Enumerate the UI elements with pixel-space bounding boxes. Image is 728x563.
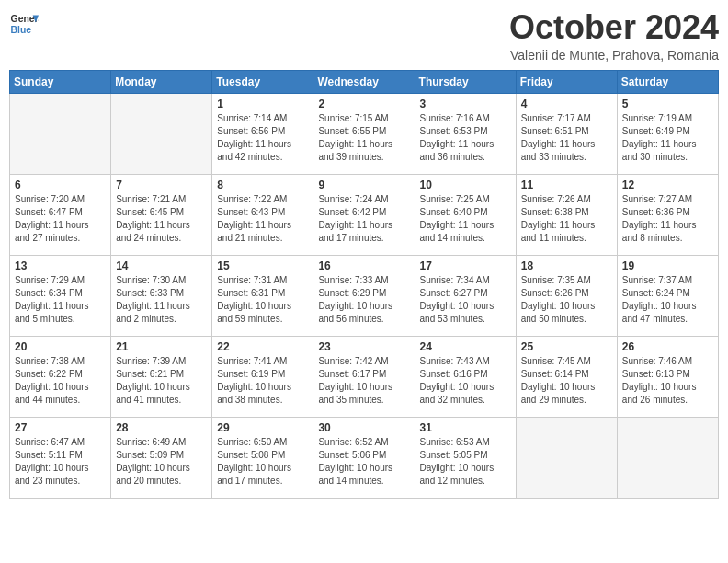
day-info: Sunrise: 7:37 AM Sunset: 6:24 PM Dayligh… xyxy=(622,274,713,326)
calendar-cell: 4Sunrise: 7:17 AM Sunset: 6:51 PM Daylig… xyxy=(516,93,617,174)
calendar-cell: 8Sunrise: 7:22 AM Sunset: 6:43 PM Daylig… xyxy=(212,174,313,255)
calendar-cell: 16Sunrise: 7:33 AM Sunset: 6:29 PM Dayli… xyxy=(313,255,415,336)
day-number: 29 xyxy=(217,421,308,434)
day-info: Sunrise: 7:30 AM Sunset: 6:33 PM Dayligh… xyxy=(116,274,207,326)
calendar-cell: 29Sunrise: 6:50 AM Sunset: 5:08 PM Dayli… xyxy=(212,417,313,498)
day-info: Sunrise: 7:19 AM Sunset: 6:49 PM Dayligh… xyxy=(622,112,713,164)
day-info: Sunrise: 7:22 AM Sunset: 6:43 PM Dayligh… xyxy=(217,193,308,245)
day-info: Sunrise: 7:15 AM Sunset: 6:55 PM Dayligh… xyxy=(318,112,409,164)
calendar-cell: 28Sunrise: 6:49 AM Sunset: 5:09 PM Dayli… xyxy=(111,417,212,498)
day-info: Sunrise: 6:50 AM Sunset: 5:08 PM Dayligh… xyxy=(217,436,308,488)
calendar-cell: 23Sunrise: 7:42 AM Sunset: 6:17 PM Dayli… xyxy=(313,336,415,417)
weekday-header: Wednesday xyxy=(313,70,415,93)
day-number: 7 xyxy=(116,178,207,191)
day-number: 13 xyxy=(15,259,106,272)
day-info: Sunrise: 7:35 AM Sunset: 6:26 PM Dayligh… xyxy=(521,274,612,326)
svg-text:Blue: Blue xyxy=(11,25,32,35)
day-number: 11 xyxy=(521,178,612,191)
day-info: Sunrise: 7:20 AM Sunset: 6:47 PM Dayligh… xyxy=(15,193,106,245)
weekday-header: Tuesday xyxy=(212,70,313,93)
day-info: Sunrise: 7:26 AM Sunset: 6:38 PM Dayligh… xyxy=(521,193,612,245)
day-info: Sunrise: 7:41 AM Sunset: 6:19 PM Dayligh… xyxy=(217,355,308,407)
day-number: 20 xyxy=(15,340,106,353)
calendar-cell: 5Sunrise: 7:19 AM Sunset: 6:49 PM Daylig… xyxy=(617,93,718,174)
calendar-cell: 30Sunrise: 6:52 AM Sunset: 5:06 PM Dayli… xyxy=(313,417,415,498)
calendar-cell: 18Sunrise: 7:35 AM Sunset: 6:26 PM Dayli… xyxy=(516,255,617,336)
weekday-header: Sunday xyxy=(10,70,111,93)
calendar-cell: 15Sunrise: 7:31 AM Sunset: 6:31 PM Dayli… xyxy=(212,255,313,336)
day-info: Sunrise: 7:16 AM Sunset: 6:53 PM Dayligh… xyxy=(420,112,511,164)
calendar-cell: 17Sunrise: 7:34 AM Sunset: 6:27 PM Dayli… xyxy=(415,255,516,336)
calendar-cell: 19Sunrise: 7:37 AM Sunset: 6:24 PM Dayli… xyxy=(617,255,718,336)
day-info: Sunrise: 7:39 AM Sunset: 6:21 PM Dayligh… xyxy=(116,355,207,407)
calendar-cell: 13Sunrise: 7:29 AM Sunset: 6:34 PM Dayli… xyxy=(10,255,111,336)
calendar-cell: 26Sunrise: 7:46 AM Sunset: 6:13 PM Dayli… xyxy=(617,336,718,417)
day-number: 17 xyxy=(420,259,511,272)
calendar-cell: 24Sunrise: 7:43 AM Sunset: 6:16 PM Dayli… xyxy=(415,336,516,417)
calendar-cell: 11Sunrise: 7:26 AM Sunset: 6:38 PM Dayli… xyxy=(516,174,617,255)
day-number: 6 xyxy=(15,178,106,191)
calendar-cell: 25Sunrise: 7:45 AM Sunset: 6:14 PM Dayli… xyxy=(516,336,617,417)
day-number: 15 xyxy=(217,259,308,272)
weekday-header: Friday xyxy=(516,70,617,93)
day-number: 30 xyxy=(318,421,409,434)
weekday-header: Monday xyxy=(111,70,212,93)
calendar-cell: 14Sunrise: 7:30 AM Sunset: 6:33 PM Dayli… xyxy=(111,255,212,336)
calendar-week-row: 6Sunrise: 7:20 AM Sunset: 6:47 PM Daylig… xyxy=(10,174,719,255)
day-info: Sunrise: 7:42 AM Sunset: 6:17 PM Dayligh… xyxy=(318,355,409,407)
day-info: Sunrise: 7:27 AM Sunset: 6:36 PM Dayligh… xyxy=(622,193,713,245)
calendar-cell xyxy=(10,93,111,174)
month-title: October 2024 xyxy=(509,9,719,46)
logo: General Blue xyxy=(9,9,39,39)
title-block: October 2024 Valenii de Munte, Prahova, … xyxy=(509,9,719,63)
logo-icon: General Blue xyxy=(9,9,39,39)
day-number: 18 xyxy=(521,259,612,272)
page-header: General Blue October 2024 Valenii de Mun… xyxy=(9,9,719,63)
day-number: 4 xyxy=(521,98,612,110)
calendar-cell: 6Sunrise: 7:20 AM Sunset: 6:47 PM Daylig… xyxy=(10,174,111,255)
day-number: 25 xyxy=(521,340,612,353)
day-number: 28 xyxy=(116,421,207,434)
day-info: Sunrise: 6:47 AM Sunset: 5:11 PM Dayligh… xyxy=(15,436,106,488)
day-number: 31 xyxy=(420,421,511,434)
weekday-header: Saturday xyxy=(617,70,718,93)
calendar-cell: 7Sunrise: 7:21 AM Sunset: 6:45 PM Daylig… xyxy=(111,174,212,255)
calendar-cell: 2Sunrise: 7:15 AM Sunset: 6:55 PM Daylig… xyxy=(313,93,415,174)
day-number: 26 xyxy=(622,340,713,353)
weekday-header: Thursday xyxy=(415,70,516,93)
calendar-week-row: 27Sunrise: 6:47 AM Sunset: 5:11 PM Dayli… xyxy=(10,417,719,498)
calendar-cell: 31Sunrise: 6:53 AM Sunset: 5:05 PM Dayli… xyxy=(415,417,516,498)
day-info: Sunrise: 6:53 AM Sunset: 5:05 PM Dayligh… xyxy=(420,436,511,488)
day-number: 8 xyxy=(217,178,308,191)
day-number: 5 xyxy=(622,98,713,110)
day-info: Sunrise: 6:49 AM Sunset: 5:09 PM Dayligh… xyxy=(116,436,207,488)
day-info: Sunrise: 7:46 AM Sunset: 6:13 PM Dayligh… xyxy=(622,355,713,407)
day-number: 3 xyxy=(420,98,511,110)
calendar-cell xyxy=(516,417,617,498)
day-number: 1 xyxy=(217,98,308,110)
calendar-week-row: 20Sunrise: 7:38 AM Sunset: 6:22 PM Dayli… xyxy=(10,336,719,417)
day-number: 16 xyxy=(318,259,409,272)
calendar-cell: 1Sunrise: 7:14 AM Sunset: 6:56 PM Daylig… xyxy=(212,93,313,174)
calendar-week-row: 1Sunrise: 7:14 AM Sunset: 6:56 PM Daylig… xyxy=(10,93,719,174)
day-info: Sunrise: 7:17 AM Sunset: 6:51 PM Dayligh… xyxy=(521,112,612,164)
calendar-table: SundayMondayTuesdayWednesdayThursdayFrid… xyxy=(9,70,719,499)
calendar-cell: 9Sunrise: 7:24 AM Sunset: 6:42 PM Daylig… xyxy=(313,174,415,255)
calendar-cell: 21Sunrise: 7:39 AM Sunset: 6:21 PM Dayli… xyxy=(111,336,212,417)
weekday-header-row: SundayMondayTuesdayWednesdayThursdayFrid… xyxy=(10,70,719,93)
day-number: 19 xyxy=(622,259,713,272)
day-info: Sunrise: 7:43 AM Sunset: 6:16 PM Dayligh… xyxy=(420,355,511,407)
day-info: Sunrise: 7:21 AM Sunset: 6:45 PM Dayligh… xyxy=(116,193,207,245)
day-number: 23 xyxy=(318,340,409,353)
calendar-cell: 10Sunrise: 7:25 AM Sunset: 6:40 PM Dayli… xyxy=(415,174,516,255)
calendar-cell: 22Sunrise: 7:41 AM Sunset: 6:19 PM Dayli… xyxy=(212,336,313,417)
day-info: Sunrise: 7:45 AM Sunset: 6:14 PM Dayligh… xyxy=(521,355,612,407)
calendar-cell: 20Sunrise: 7:38 AM Sunset: 6:22 PM Dayli… xyxy=(10,336,111,417)
day-info: Sunrise: 7:38 AM Sunset: 6:22 PM Dayligh… xyxy=(15,355,106,407)
calendar-cell xyxy=(111,93,212,174)
day-number: 12 xyxy=(622,178,713,191)
day-info: Sunrise: 7:29 AM Sunset: 6:34 PM Dayligh… xyxy=(15,274,106,326)
location-subtitle: Valenii de Munte, Prahova, Romania xyxy=(509,48,719,63)
day-number: 21 xyxy=(116,340,207,353)
calendar-week-row: 13Sunrise: 7:29 AM Sunset: 6:34 PM Dayli… xyxy=(10,255,719,336)
